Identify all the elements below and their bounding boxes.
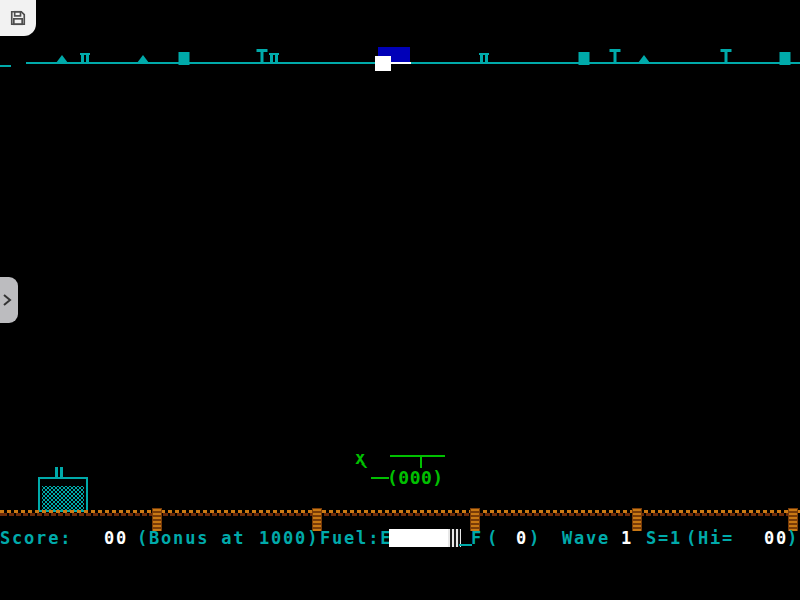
fuel-depot-texture — [42, 486, 84, 510]
status-score-label: Score: — [0, 528, 72, 548]
status-hi-value: 00 — [764, 528, 788, 548]
scanner-square-icon — [179, 52, 190, 65]
status-bonus-label: (Bonus at — [137, 528, 245, 548]
save-button[interactable] — [0, 0, 36, 36]
status-score-value: 00 — [104, 528, 128, 548]
scanner-player-dot — [375, 56, 391, 71]
chevron-right-icon — [1, 293, 13, 307]
ship-body: (000) — [387, 467, 444, 488]
ship-wing-line — [390, 455, 445, 457]
sidebar-toggle-button[interactable] — [0, 277, 18, 323]
scanner-t-icon — [721, 49, 732, 63]
status-wave-value: 1 — [621, 528, 633, 548]
status-fuel-f-label: F — [471, 528, 483, 548]
status-ships-label: S=1 — [646, 528, 682, 548]
scanner-triangle-icon — [638, 55, 650, 63]
scanner-t-icon — [610, 49, 621, 63]
scanner-pi-icon — [269, 53, 279, 63]
scanner-t-icon — [257, 49, 268, 63]
scanner-square-icon — [579, 52, 590, 65]
status-fuel-paren-open: ( — [487, 528, 499, 548]
status-fuel-paren-close: ) — [529, 528, 541, 548]
floppy-disk-icon — [8, 8, 28, 28]
fuel-depot-chimney — [60, 467, 63, 477]
status-wave-label: Wave — [562, 528, 610, 548]
status-fuel-label: Fuel:E — [320, 528, 392, 548]
scanner-pi-icon — [479, 53, 489, 63]
scanner-line-stub — [0, 65, 11, 67]
fuel-depot-chimney — [55, 467, 58, 477]
status-bonus-value: 1000) — [259, 528, 319, 548]
scanner-square-icon — [780, 52, 791, 65]
fuel-gauge-bar — [389, 529, 448, 547]
status-hi-label: (Hi= — [686, 528, 734, 548]
scanner-triangle-icon — [56, 55, 68, 63]
scanner-pi-icon — [80, 53, 90, 63]
status-fuel-count: 0 — [516, 528, 528, 548]
ship-tick-char: ` — [359, 461, 372, 486]
scanner-viewport-line — [391, 62, 411, 64]
status-hi-close: ) — [787, 528, 799, 548]
game-screen[interactable]: x ` (000) Score:00(Bonus at1000)Fuel:EF(… — [0, 0, 800, 600]
ground-strip — [0, 510, 800, 516]
scanner-triangle-icon — [137, 55, 149, 63]
fuel-gauge-needle — [459, 544, 472, 546]
